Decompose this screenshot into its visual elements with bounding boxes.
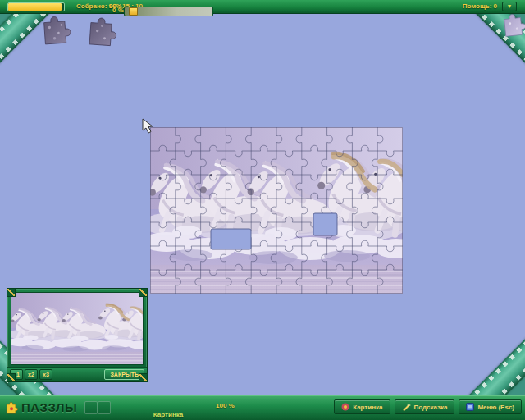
zoom-x2-button[interactable]: x2 <box>25 369 38 380</box>
cursor-icon <box>141 118 156 135</box>
menu-button-label: Меню (Esc) <box>477 404 514 411</box>
loose-puzzle-piece[interactable] <box>41 12 72 45</box>
slider-handle[interactable] <box>129 7 138 16</box>
puzzle-logo-icon <box>5 400 19 414</box>
frame-corner-decoration <box>7 373 16 382</box>
empty-slot <box>84 401 98 414</box>
slider-min-label: 0 % <box>112 7 124 14</box>
frame-corner-decoration <box>139 288 148 297</box>
zoom-x3-button[interactable]: x3 <box>39 369 52 380</box>
preview-scale-slider[interactable] <box>124 7 213 16</box>
menu-button[interactable]: Меню (Esc) <box>459 399 522 414</box>
puzzle-board[interactable] <box>150 127 403 294</box>
preview-image <box>11 292 144 365</box>
help-counter-label: Помощь: 0 <box>463 2 497 11</box>
top-status-bar: Собрано: 96% 00 : 15 : 10 Помощь: 0 ▼ <box>0 0 525 14</box>
picture-button-label: Картинка <box>353 404 382 411</box>
app-logo: ПАЗЗЛЫ <box>5 400 77 414</box>
loose-puzzle-piece[interactable] <box>502 11 525 37</box>
magic-wand-icon <box>402 403 411 412</box>
toolbar-buttons: Картинка Подсказка Меню (Esc) <box>334 399 522 414</box>
flower-icon <box>341 403 349 411</box>
menu-window-icon <box>466 403 474 411</box>
hint-button[interactable]: Подсказка <box>395 399 455 414</box>
preview-toolbar: x1 x2 x3 ЗАКРЫТЬ <box>7 367 147 381</box>
loose-puzzle-piece[interactable] <box>87 13 118 48</box>
empty-slot <box>98 401 111 414</box>
frame-corner-decoration <box>7 288 16 297</box>
picture-button[interactable]: Картинка <box>334 399 390 414</box>
preview-panel: x1 x2 x3 ЗАКРЫТЬ <box>7 288 148 382</box>
progress-fill <box>8 3 62 11</box>
frame-corner-decoration <box>139 373 148 382</box>
chevron-down-icon: ▼ <box>507 3 513 9</box>
logo-text: ПАЗЗЛЫ <box>21 400 77 414</box>
progress-bar <box>7 2 65 11</box>
slider-max-label: 100 % <box>216 402 235 409</box>
hint-button-label: Подсказка <box>414 404 448 411</box>
slider-caption: Картинка <box>115 411 221 418</box>
game-window: Собрано: 96% 00 : 15 : 10 Помощь: 0 ▼ <box>0 0 525 420</box>
dropdown-button[interactable]: ▼ <box>502 2 517 11</box>
